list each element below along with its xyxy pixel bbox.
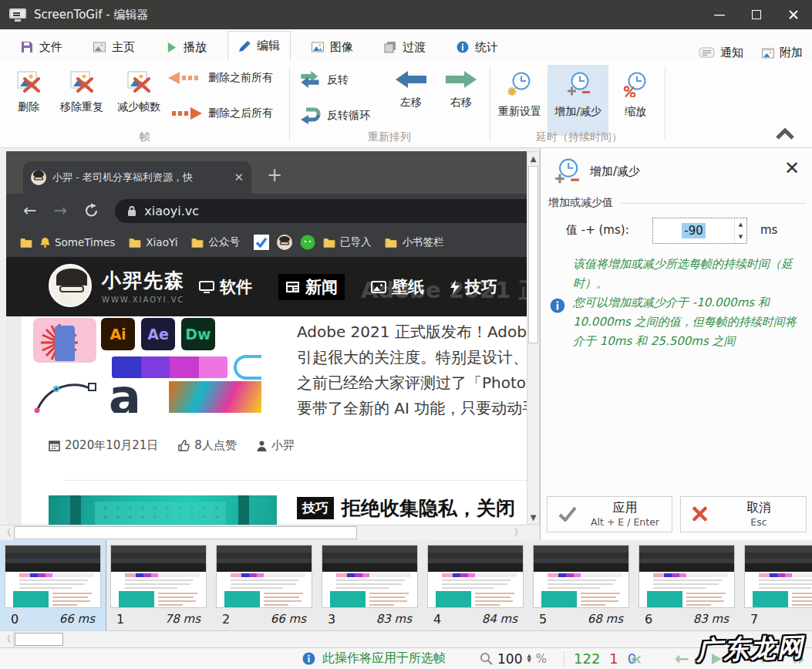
folder-icon — [385, 237, 397, 248]
frame-thumbnail[interactable]: 2 66 ms — [211, 540, 317, 630]
monitor-icon — [199, 281, 214, 294]
thumb-scroll-left-icon[interactable]: 〈 — [0, 631, 14, 647]
adobe-ai-tile: Ai — [101, 318, 135, 350]
delete-frame-button[interactable]: 删除 — [6, 65, 51, 136]
site-nav-tips: 技巧 — [450, 274, 497, 300]
close-button[interactable]: ✕ — [775, 0, 812, 29]
frame-thumbnail-image — [216, 545, 312, 608]
lightning-icon — [450, 280, 460, 294]
apply-button[interactable]: 应用 Alt + E / Enter — [547, 496, 672, 532]
zoom-value[interactable]: 100 — [497, 651, 522, 667]
watermark: 广东龙网 — [696, 630, 804, 669]
frame-thumbnail[interactable]: 6 83 ms — [634, 540, 740, 630]
tab-image[interactable]: 图像 — [302, 34, 363, 60]
horizontal-scroll-thumb[interactable] — [14, 526, 357, 539]
frame-index: 3 — [328, 612, 335, 627]
article2-badge: 技巧 — [297, 497, 334, 519]
spin-up-icon[interactable]: ▲ — [735, 218, 746, 231]
scale-delay-button[interactable]: 缩放 — [612, 65, 659, 136]
preview-vertical-scrollbar[interactable]: ▲ ▼ — [527, 151, 540, 525]
maximize-button[interactable] — [738, 0, 775, 29]
reduce-frames-button[interactable]: 减少帧数 — [113, 65, 165, 136]
tab-statistics[interactable]: 统计 — [446, 34, 508, 60]
scroll-up-icon[interactable]: ▲ — [527, 152, 539, 165]
browser-forward-icon: → — [54, 201, 68, 220]
spin-down-icon[interactable]: ▼ — [735, 231, 746, 243]
notifications-button[interactable]: 通知 — [689, 46, 753, 60]
frame-thumbnail-image — [427, 545, 524, 608]
frame-thumbnail[interactable]: 0 66 ms — [0, 540, 106, 630]
article-likes: 8人点赞 — [178, 438, 237, 453]
panel-info: 该值将增加或减少所选每帧的持续时间（延时）。 您可以增加或减少介于 -10.00… — [541, 255, 807, 351]
frame-thumbnail[interactable]: 1 78 ms — [106, 540, 211, 630]
apply-shortcut: Alt + E / Enter — [578, 516, 672, 528]
letter-a-graphic: a — [109, 369, 141, 413]
frame-duration: 84 ms — [482, 612, 517, 626]
frame-thumbnail-image — [638, 545, 735, 608]
image-icon — [93, 41, 106, 53]
browser-tab-strip: 小羿 - 老司机分享福利资源，快 ✕ + — [6, 151, 527, 194]
article-meta: 2020年10月21日 8人点赞 小羿 — [49, 438, 295, 453]
browser-bookmarks-bar: SomeTimes XiaoYi 公众号 已导入 — [6, 228, 527, 257]
reset-delay-button[interactable]: 重新设置 — [494, 65, 546, 136]
thumbnail-scrollbar[interactable]: 〈 〉 — [0, 630, 812, 648]
apply-label: 应用 — [578, 500, 672, 516]
bookmark-official-account: 公众号 — [191, 235, 240, 249]
frame-duration: 66 ms — [59, 612, 95, 626]
move-left-button[interactable]: 左移 — [389, 65, 433, 136]
previous-frame-button[interactable]: ← — [675, 648, 689, 669]
folder-icon — [20, 237, 32, 248]
adobe-dw-tile: Dw — [181, 318, 215, 350]
image-icon — [762, 47, 774, 59]
frame-index: 7 — [750, 612, 758, 627]
reverse-button[interactable]: 反转 — [299, 71, 349, 89]
site-header: Adobe 2021 正式版 小羿先森 WWW.XIAOYI.VC 软件 新闻 — [6, 257, 527, 316]
tab-transition[interactable]: 过渡 — [374, 34, 436, 60]
thumbnail-scroll-thumb[interactable] — [15, 633, 63, 646]
frame-index: 0 — [11, 612, 19, 627]
bell-icon — [40, 237, 50, 248]
scroll-right-icon[interactable]: 〉 — [512, 525, 525, 540]
clock-incdec-icon — [553, 157, 581, 185]
site-subtitle: WWW.XIAOYI.VC — [102, 296, 185, 304]
article-thumbnail-image: Ai Ae Dw a — [33, 318, 261, 413]
article-line: 要带了全新的 AI 功能，只要动动手 — [297, 396, 527, 421]
thumb-up-icon — [178, 440, 190, 451]
frame-thumbnail[interactable]: 5 68 ms — [528, 540, 634, 630]
check-icon — [558, 506, 577, 522]
dashed-arrow-right-icon — [168, 107, 202, 120]
move-right-button[interactable]: 右移 — [440, 65, 483, 136]
frame-index: 6 — [645, 612, 652, 627]
tab-play[interactable]: 播放 — [156, 34, 217, 60]
vertical-scroll-thumb[interactable] — [528, 166, 538, 343]
tab-home[interactable]: 主页 — [83, 34, 145, 60]
reverse-loop-button[interactable]: 反转循环 — [299, 106, 370, 124]
frame-duration: 78 ms — [165, 612, 200, 626]
value-text-selected[interactable]: -90 — [682, 223, 706, 238]
first-frame-button[interactable]: « — [630, 648, 642, 669]
frame-index: 5 — [539, 612, 547, 627]
value-spinner-input[interactable]: -90 ▲ ▼ — [652, 218, 747, 244]
delete-all-after-button[interactable]: 删除之后所有 — [168, 106, 273, 120]
folder-icon — [129, 237, 141, 248]
minimize-button[interactable]: — — [701, 0, 738, 29]
attach-button[interactable]: 附加 — [753, 46, 812, 60]
tab-file[interactable]: 文件 — [11, 34, 72, 60]
zoom-spinner[interactable]: ▲▼ — [527, 654, 531, 663]
frame-thumbnail[interactable]: 7 8 — [740, 540, 812, 630]
panel-close-button[interactable]: ✕ — [784, 159, 800, 177]
scroll-left-icon[interactable]: 〈 — [0, 525, 13, 540]
cancel-button[interactable]: 取消 Esc — [680, 496, 807, 532]
preview-horizontal-scrollbar[interactable]: 〈 〉 — [0, 525, 527, 540]
frame-thumbnail[interactable]: 4 84 ms — [423, 540, 528, 630]
tab-edit[interactable]: 编辑 — [227, 31, 291, 60]
bookmark-imported: 已导入 — [323, 235, 372, 249]
collapse-ribbon-button[interactable] — [775, 127, 795, 143]
remove-duplicates-button[interactable]: 移除重复 — [52, 65, 111, 136]
app-logo-icon — [9, 8, 26, 22]
scroll-down-icon[interactable]: ▼ — [527, 511, 539, 524]
value-field-label: 值 -+ (ms): — [566, 223, 629, 238]
increase-decrease-button[interactable]: 增加/减少 — [548, 65, 608, 136]
delete-all-before-button[interactable]: 删除之前所有 — [168, 71, 273, 85]
frame-thumbnail[interactable]: 3 83 ms — [317, 540, 423, 630]
